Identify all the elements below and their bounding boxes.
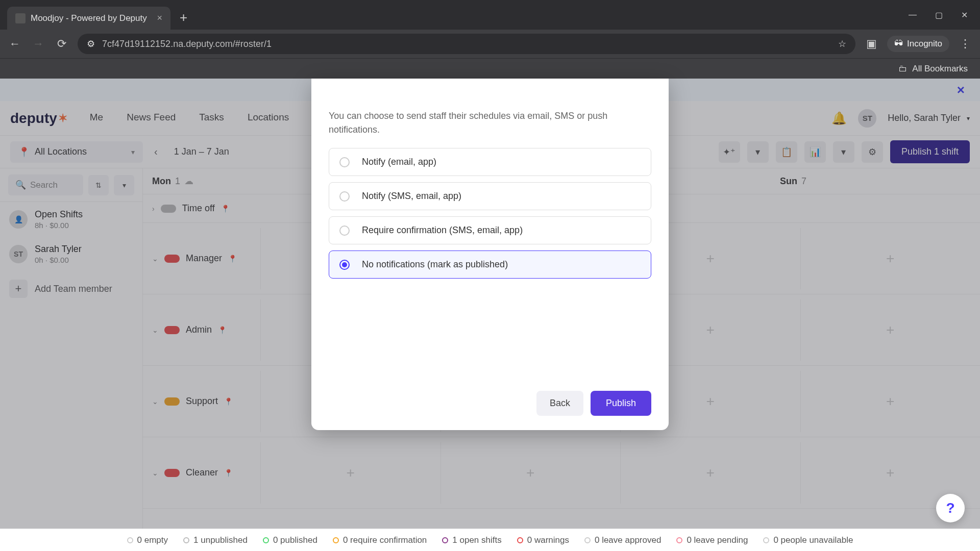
url-bar[interactable]: ⚙ 7cf47d19112152.na.deputy.com/#roster/1… [78, 34, 855, 54]
status-item: 1 open shifts [442, 535, 501, 545]
new-tab-button[interactable]: + [180, 10, 187, 26]
status-dot-icon [333, 537, 339, 543]
status-item: 0 published [263, 535, 317, 545]
forward-icon: → [31, 37, 46, 51]
notification-option[interactable]: Require confirmation (SMS, email, app) [329, 216, 651, 244]
minimize-icon[interactable]: — [909, 10, 917, 20]
incognito-chip[interactable]: 🕶 Incognito [887, 36, 949, 52]
status-dot-icon [517, 537, 523, 543]
radio-unchecked-icon [339, 157, 350, 167]
bookmark-star-icon[interactable]: ☆ [838, 38, 846, 49]
modal-description: You can choose to send staff their sched… [329, 109, 651, 137]
status-item: 0 warnings [517, 535, 569, 545]
status-dot-icon [676, 537, 682, 543]
option-label: Notify (SMS, email, app) [362, 191, 461, 202]
publish-button[interactable]: Publish [591, 391, 651, 416]
radio-unchecked-icon [339, 191, 350, 202]
incognito-icon: 🕶 [894, 39, 903, 49]
browser-toolbar: ← → ⟳ ⚙ 7cf47d19112152.na.deputy.com/#ro… [0, 30, 980, 58]
status-dot-icon [442, 537, 448, 543]
reload-icon[interactable]: ⟳ [54, 37, 69, 51]
url-text: 7cf47d19112152.na.deputy.com/#roster/1 [102, 39, 272, 49]
status-footer: 0 empty1 unpublished0 published0 require… [0, 529, 980, 551]
browser-tab-strip: Moodjoy - Powered by Deputy × + — ▢ ✕ [0, 0, 980, 30]
option-label: Require confirmation (SMS, email, app) [362, 225, 523, 236]
extensions-icon[interactable]: ▣ [864, 37, 879, 51]
browser-tab[interactable]: Moodjoy - Powered by Deputy × [7, 7, 170, 30]
notification-option[interactable]: No notifications (mark as published) [329, 251, 651, 279]
status-dot-icon [127, 537, 133, 543]
back-icon[interactable]: ← [7, 37, 22, 51]
status-dot-icon [763, 537, 769, 543]
site-settings-icon[interactable]: ⚙ [87, 38, 95, 49]
notification-option[interactable]: Notify (SMS, email, app) [329, 182, 651, 210]
status-item: 0 leave pending [676, 535, 748, 545]
status-item: 0 people unavailable [763, 535, 853, 545]
option-label: Notify (email, app) [362, 157, 436, 167]
status-item: 0 leave approved [584, 535, 661, 545]
tab-title: Moodjoy - Powered by Deputy [31, 13, 147, 23]
back-button[interactable]: Back [536, 391, 583, 416]
maximize-icon[interactable]: ▢ [935, 10, 943, 20]
status-dot-icon [584, 537, 591, 543]
bookmarks-bar: 🗀 All Bookmarks [0, 58, 980, 79]
status-item: 1 unpublished [183, 535, 248, 545]
bookmarks-folder-icon[interactable]: 🗀 [898, 64, 907, 74]
browser-menu-icon[interactable]: ⋮ [958, 37, 973, 51]
status-item: 0 require confirmation [333, 535, 427, 545]
tab-favicon [15, 13, 26, 23]
notify-staff-modal: You can choose to send staff their sched… [311, 79, 669, 430]
close-window-icon[interactable]: ✕ [961, 10, 968, 20]
notification-option[interactable]: Notify (email, app) [329, 148, 651, 176]
incognito-label: Incognito [907, 39, 942, 49]
app-container: 8 days remaining of your Premium Plan tr… [0, 79, 980, 551]
option-label: No notifications (mark as published) [362, 259, 508, 270]
help-fab-icon[interactable]: ? [936, 494, 965, 522]
status-item: 0 empty [127, 535, 168, 545]
radio-checked-icon [339, 260, 350, 270]
status-dot-icon [263, 537, 269, 543]
close-tab-icon[interactable]: × [157, 13, 162, 23]
window-controls: — ▢ ✕ [909, 10, 980, 20]
all-bookmarks-link[interactable]: All Bookmarks [912, 64, 968, 74]
radio-unchecked-icon [339, 226, 350, 236]
status-dot-icon [183, 537, 189, 543]
